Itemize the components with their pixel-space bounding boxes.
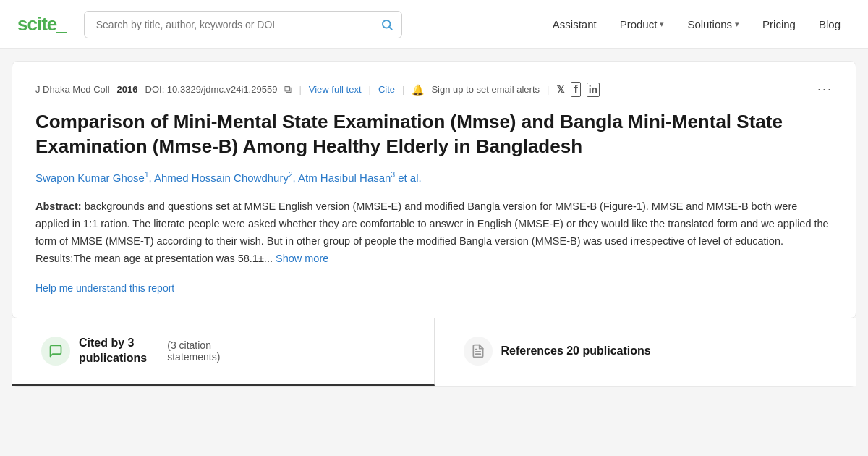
cited-by-text: Cited by 3 publications (79, 336, 147, 366)
facebook-icon[interactable]: f (571, 82, 580, 97)
more-options-icon[interactable]: ··· (817, 82, 833, 97)
cite-link[interactable]: Cite (378, 84, 395, 95)
abstract-label: Abstract: (35, 200, 82, 212)
sep1: | (299, 84, 301, 95)
author-3-sup: 3 (391, 171, 395, 179)
paper-title: Comparison of Mini-Mental State Examinat… (35, 110, 833, 159)
tab-references[interactable]: References 20 publications (435, 318, 856, 386)
references-text: References 20 publications (501, 344, 651, 359)
alert-bell-icon: 🔔 (412, 84, 424, 96)
author-1-sup: 1 (145, 171, 149, 179)
metadata-row: J Dhaka Med Coll 2016 DOI: 10.3329/jdmc.… (35, 82, 833, 97)
tabs-section: Cited by 3 publications (3 citation stat… (12, 318, 856, 387)
author-2-sup: 2 (289, 171, 293, 179)
authors: Swapon Kumar Ghose1, Ahmed Hossain Chowd… (35, 171, 833, 184)
author-1[interactable]: Swapon Kumar Ghose1 (35, 172, 148, 184)
paper-doi: DOI: 10.3329/jdmc.v24i1.29559 (145, 84, 278, 95)
paper-year: 2016 (117, 84, 138, 95)
search-icon (380, 18, 393, 31)
copy-doi-icon[interactable]: ⧉ (284, 83, 292, 96)
logo-text: scite (17, 13, 56, 35)
cited-by-publications: publications (79, 351, 147, 366)
tab-cited-by[interactable]: Cited by 3 publications (3 citation stat… (12, 318, 435, 386)
svg-line-1 (389, 27, 391, 29)
sep3: | (402, 84, 404, 95)
cited-by-main: Cited by 3 (79, 336, 147, 351)
logo-underscore: _ (56, 13, 66, 35)
nav-item-solutions[interactable]: Solutions ▾ (677, 12, 749, 36)
citation-statements-line1: (3 citation (167, 339, 220, 351)
nav-item-product[interactable]: Product ▾ (610, 12, 675, 36)
nav-item-pricing[interactable]: Pricing (752, 12, 806, 36)
solutions-chevron-icon: ▾ (735, 20, 739, 29)
paper-card: J Dhaka Med Coll 2016 DOI: 10.3329/jdmc.… (12, 61, 856, 318)
nav-links: Assistant Product ▾ Solutions ▾ Pricing … (542, 12, 851, 36)
et-al-link[interactable]: et al. (398, 172, 422, 184)
show-more-link[interactable]: Show more (276, 253, 328, 264)
author-3[interactable]: Atm Hasibul Hasan3 (298, 172, 395, 184)
author-2[interactable]: Ahmed Hossain Chowdhury2 (154, 172, 293, 184)
citation-statements-line2: statements) (167, 351, 220, 363)
sep2: | (369, 84, 371, 95)
search-wrapper (84, 11, 402, 38)
abstract: Abstract: backgrounds and questions set … (35, 198, 833, 268)
references-main: References 20 publications (501, 344, 651, 359)
abstract-text: backgrounds and questions set at MMSE En… (35, 200, 829, 264)
view-full-text-link[interactable]: View full text (309, 84, 362, 95)
product-chevron-icon: ▾ (660, 20, 664, 29)
navbar: scite_ Assistant Product ▾ Solutions ▾ P… (0, 0, 868, 49)
citation-statements-text: (3 citation statements) (167, 339, 220, 363)
sep4: | (547, 84, 549, 95)
nav-item-assistant[interactable]: Assistant (542, 12, 607, 36)
alert-text: Sign up to set email alerts (431, 84, 540, 95)
social-icons: 𝕏 f in (556, 82, 600, 97)
cited-by-icon (41, 337, 70, 366)
logo[interactable]: scite_ (17, 13, 67, 35)
help-understand-link[interactable]: Help me understand this report (35, 282, 174, 294)
references-icon (464, 337, 493, 366)
twitter-icon[interactable]: 𝕏 (556, 83, 565, 96)
journal-name: J Dhaka Med Coll (35, 84, 110, 95)
nav-item-blog[interactable]: Blog (809, 12, 851, 36)
linkedin-icon[interactable]: in (587, 83, 600, 97)
search-input[interactable] (84, 11, 402, 38)
